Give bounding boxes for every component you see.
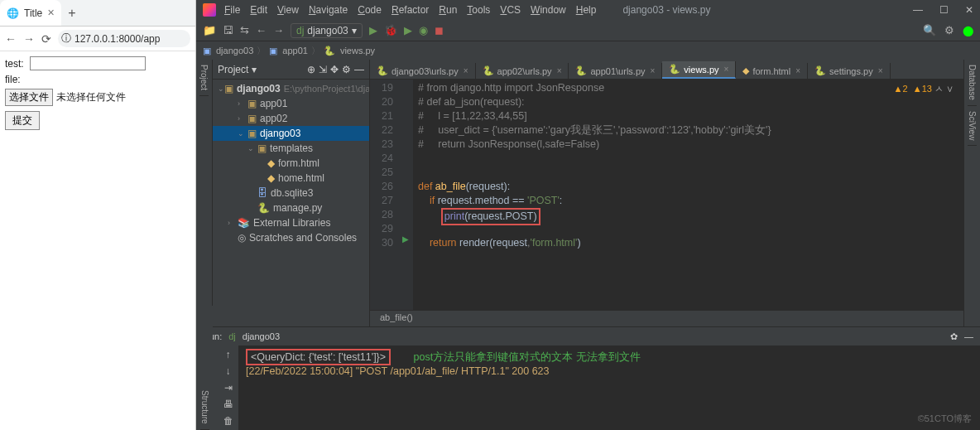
main-toolbar: 📁 🖫 ⇆ ← → dj django03 ▾ ▶ 🐞 ▶ ◉ ◼ 🔍 ⚙ ⬤ <box>196 20 980 41</box>
log-line: [22/Feb/2022 15:00:04] "POST /app01/ab_f… <box>246 365 973 377</box>
print-icon[interactable]: 🖶 <box>223 399 233 410</box>
tree-item[interactable]: 🐍manage.py <box>213 201 369 215</box>
jetbrains-icon[interactable]: ⬤ <box>963 25 973 36</box>
right-tool-gutter: Database SciView <box>963 60 980 326</box>
menu-file[interactable]: File <box>224 4 240 16</box>
tree-item[interactable]: ⌄▣django03 <box>213 126 369 141</box>
close-window-icon[interactable]: ✕ <box>965 4 973 16</box>
url-text: 127.0.0.1:8000/app <box>74 33 160 45</box>
choose-file-button[interactable]: 选择文件 <box>5 89 53 106</box>
up-icon[interactable]: ↑ <box>226 349 231 360</box>
tree-item[interactable]: ◆home.html <box>213 171 369 186</box>
menu-code[interactable]: Code <box>358 4 382 16</box>
collapse-icon[interactable]: ✥ <box>330 64 339 75</box>
tree-root[interactable]: ⌄▣django03E:\pythonProject1\dja <box>213 81 369 96</box>
tab-title: Title <box>24 7 42 19</box>
menu-run[interactable]: Run <box>439 4 457 16</box>
menu-tools[interactable]: Tools <box>467 4 490 16</box>
breadcrumb: ▣ django03 〉 ▣ app01 〉 🐍 views.py <box>196 41 980 60</box>
editor-tab[interactable]: 🐍app02\urls.py× <box>476 63 569 79</box>
inspection-badges[interactable]: ▲2 ▲13 ㅅ ∨ <box>894 83 954 95</box>
editor-tab[interactable]: 🐍views.py× <box>662 61 736 79</box>
output-highlight: <QueryDict: {'test': ['test11']}> <box>246 349 391 365</box>
watermark: ©51CTO博客 <box>918 413 972 425</box>
settings-icon[interactable]: ⚙ <box>944 24 954 36</box>
crumb[interactable]: app01 <box>282 46 308 56</box>
hide-icon[interactable]: — <box>964 331 973 341</box>
gutter-icons: ▶ <box>398 80 413 310</box>
hide-icon[interactable]: — <box>354 64 364 75</box>
pycharm-logo-icon <box>203 3 216 17</box>
menu-refactor[interactable]: Refactor <box>392 4 429 16</box>
aim-icon[interactable]: ⊕ <box>307 64 315 75</box>
line-numbers: 192021222324252627282930 <box>370 80 398 310</box>
profile-icon[interactable]: ◉ <box>419 24 428 36</box>
tree-item[interactable]: ⌄▣templates <box>213 141 369 156</box>
code-content[interactable]: # from django.http import JsonResponse# … <box>413 80 963 310</box>
run-config-selector[interactable]: dj django03 ▾ <box>291 23 363 38</box>
browser-tab[interactable]: 🌐 Title ✕ <box>0 0 61 26</box>
debug-icon[interactable]: 🐞 <box>384 24 397 36</box>
menu-window[interactable]: Window <box>531 4 566 16</box>
editor-tab[interactable]: 🐍app01\urls.py× <box>569 63 662 79</box>
sync-icon[interactable]: ⇆ <box>240 24 249 36</box>
new-tab-button[interactable]: + <box>68 6 75 21</box>
crumb[interactable]: views.py <box>340 46 375 56</box>
down-icon[interactable]: ↓ <box>226 365 231 377</box>
menu-navigate[interactable]: Navigate <box>309 4 348 16</box>
gear-icon[interactable]: ⚙ <box>342 64 351 75</box>
tree-item[interactable]: 🗄db.sqlite3 <box>213 186 369 201</box>
back-nav-icon[interactable]: ← <box>256 24 267 36</box>
trash-icon[interactable]: 🗑 <box>223 415 233 427</box>
back-icon[interactable]: ← <box>5 32 17 46</box>
maximize-icon[interactable]: ☐ <box>939 4 949 16</box>
stop-icon[interactable]: ◼ <box>435 24 444 36</box>
minimize-icon[interactable]: — <box>913 4 923 16</box>
tree-item[interactable]: ›▣app01 <box>213 96 369 111</box>
gear-icon[interactable]: ✿ <box>950 331 958 342</box>
project-tool-button[interactable]: Project <box>199 60 209 96</box>
expand-icon[interactable]: ⇲ <box>319 64 327 75</box>
menu-vcs[interactable]: VCS <box>500 4 521 16</box>
coverage-icon[interactable]: ▶ <box>404 24 412 36</box>
save-icon[interactable]: 🖫 <box>223 24 233 36</box>
address-field[interactable]: ⓘ 127.0.0.1:8000/app <box>58 30 190 47</box>
test-label: test: <box>5 58 24 70</box>
tree-item[interactable]: ›▣app02 <box>213 111 369 126</box>
sciview-tool-button[interactable]: SciView <box>968 106 977 146</box>
tree-item[interactable]: ◎Scratches and Consoles <box>213 230 369 245</box>
tree-item[interactable]: ◆form.html <box>213 156 369 171</box>
tree-item[interactable]: ›📚External Libraries <box>213 215 369 230</box>
menu-bar: FileEditViewNavigateCodeRefactorRunTools… <box>224 4 606 16</box>
run-icon[interactable]: ▶ <box>369 24 377 36</box>
run-toolbar-2: ↑ ↓ ⇥ 🖶 🗑 <box>218 345 239 430</box>
editor-tab[interactable]: ◆form.html× <box>736 63 808 79</box>
editor-breadcrumb[interactable]: ab_file() <box>370 310 963 326</box>
page-body: test: file: 选择文件 未选择任何文件 提交 <box>0 51 195 135</box>
database-tool-button[interactable]: Database <box>968 60 977 106</box>
run-output[interactable]: <QueryDict: {'test': ['test11']}> post方法… <box>239 345 980 430</box>
code-editor[interactable]: 192021222324252627282930 ▶ # from django… <box>370 80 963 310</box>
structure-tool-button[interactable]: Structure <box>200 385 209 430</box>
left-bottom-gutter: Structure <box>196 306 213 430</box>
menu-view[interactable]: View <box>277 4 299 16</box>
close-icon[interactable]: ✕ <box>47 7 55 18</box>
editor-tab[interactable]: 🐍settings.py× <box>808 63 890 79</box>
project-label: Project <box>218 64 248 75</box>
forward-icon[interactable]: → <box>23 32 35 46</box>
search-icon[interactable]: 🔍 <box>923 24 936 36</box>
globe-icon: 🌐 <box>7 7 19 19</box>
reload-icon[interactable]: ⟳ <box>41 32 51 46</box>
open-icon[interactable]: 📁 <box>203 24 216 36</box>
fwd-nav-icon[interactable]: → <box>273 24 284 36</box>
run-config-name: django03 <box>243 331 280 341</box>
crumb[interactable]: django03 <box>216 46 253 56</box>
editor-tab[interactable]: 🐍django03\urls.py× <box>370 63 476 79</box>
project-tree[interactable]: ⌄▣django03E:\pythonProject1\dja›▣app01›▣… <box>213 80 369 326</box>
wrap-icon[interactable]: ⇥ <box>224 382 233 394</box>
chevron-down-icon[interactable]: ▾ <box>252 64 257 75</box>
menu-help[interactable]: Help <box>576 4 597 16</box>
test-input[interactable] <box>30 56 146 70</box>
submit-button[interactable]: 提交 <box>5 111 40 130</box>
menu-edit[interactable]: Edit <box>250 4 267 16</box>
